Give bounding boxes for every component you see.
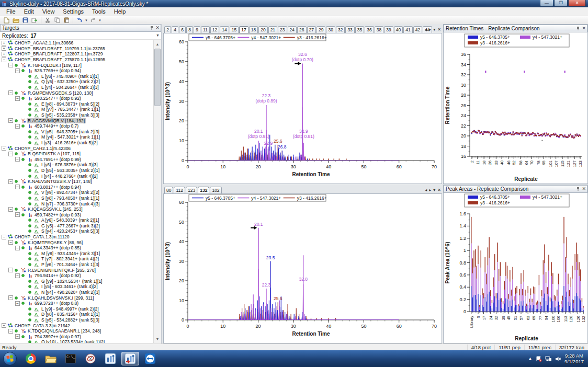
- close-pane-icon[interactable]: ✕: [437, 188, 441, 192]
- pin-icon[interactable]: [576, 26, 580, 31]
- transition-label[interactable]: L [y9] - 948.4997+ (rank 2)[2]: [40, 306, 100, 312]
- protein-label[interactable]: CHOYP_BRAFLDRAFT_122807.1.1|m.3729: [14, 51, 104, 56]
- tree-row[interactable]: −590.2547++ (dotp 0.92): [0, 96, 153, 101]
- protein-label[interactable]: CHOYP_CATA.1.3|m.11120: [14, 234, 71, 239]
- transition-label[interactable]: S [y5] - 535.2358+ (rank 3)[3]: [40, 112, 100, 118]
- collapse-icon[interactable]: −: [15, 96, 20, 101]
- tree-row[interactable]: S [y8] - 793.4050+ (rank 1)[1]: [0, 196, 153, 201]
- transition-label[interactable]: V [y9] - 892.4734+ (rank 2)[2]: [40, 190, 100, 195]
- collapse-icon[interactable]: −: [8, 118, 13, 123]
- undo-dropdown-icon[interactable]: ▼: [85, 19, 88, 22]
- replicate-tab-33[interactable]: 33: [345, 26, 354, 33]
- protein-label[interactable]: CHOYP_CATA.3.3|m.21642: [14, 323, 71, 328]
- tree-row[interactable]: −K.NAEVSNTGSSIK.V [137, 148]: [0, 179, 153, 185]
- tab-menu-icon[interactable]: ▾: [433, 27, 435, 32]
- tray-expand-icon[interactable]: ▲: [528, 356, 533, 361]
- collapse-icon[interactable]: −: [8, 240, 13, 245]
- transition-label[interactable]: I [y5] - 603.3461+ (rank 4)[2]: [40, 284, 99, 289]
- copy-icon[interactable]: [53, 17, 61, 24]
- chromatogram-top-chart[interactable]: 0102030405060700102030405060Retention Ti…: [163, 33, 442, 184]
- replicate-tab-9[interactable]: 9: [194, 26, 200, 33]
- transition-label[interactable]: G [y9] - 1024.5534+ (rank 1)[1]: [40, 279, 103, 284]
- replicate-tab-132[interactable]: 132: [198, 187, 209, 193]
- chevron-down-icon[interactable]: ▼: [156, 33, 160, 37]
- collapse-icon[interactable]: −: [15, 273, 20, 278]
- save-file-icon[interactable]: [21, 17, 29, 24]
- transition-label[interactable]: M [y7] - 765.3447+ (rank 1)[1]: [40, 107, 101, 112]
- replicate-tab-8[interactable]: 8: [186, 26, 193, 33]
- retention-times-chart[interactable]: 1618202224262830323436211182633404652586…: [444, 32, 587, 183]
- taskbar-clock[interactable]: 9:28 AM 9/1/2017: [564, 353, 584, 364]
- maximize-button[interactable]: ❐: [554, 0, 568, 7]
- redo-dropdown-icon[interactable]: ▼: [98, 19, 101, 22]
- replicate-tab-17[interactable]: 17: [239, 26, 248, 33]
- network-icon[interactable]: [545, 356, 552, 362]
- peptide-label[interactable]: K.IQEAGSSVK.L [245, 253]: [27, 207, 84, 212]
- replicate-tab-102[interactable]: 102: [210, 187, 221, 193]
- collapse-icon[interactable]: −: [15, 212, 20, 217]
- share-document-icon[interactable]: [30, 17, 39, 24]
- tree-row[interactable]: −459.7449++ (dotp 0.7): [0, 123, 153, 129]
- scroll-tabs-right-icon[interactable]: ▸: [429, 188, 431, 192]
- menu-file[interactable]: File: [2, 8, 20, 15]
- close-panel-icon[interactable]: ✕: [155, 25, 160, 30]
- pin-icon[interactable]: [576, 187, 580, 191]
- tree-row[interactable]: S [y4] - 420.2453+ (rank 5)[3]: [0, 228, 153, 234]
- taskbar-item-snipping-tool[interactable]: [82, 352, 99, 365]
- tree-row[interactable]: +CHOYP_BRAFLDRAFT_122807.1.1|m.3729: [0, 51, 153, 57]
- paste-icon[interactable]: [62, 17, 71, 24]
- replicate-tab-20[interactable]: 20: [258, 26, 267, 33]
- new-document-icon[interactable]: [2, 17, 10, 24]
- precursor-label[interactable]: 459.7449++ (dotp 0.7): [33, 123, 80, 129]
- tree-row[interactable]: −R.QSPIDISTK.A [107, 115]: [0, 151, 153, 157]
- scrollbar-thumb[interactable]: [154, 49, 161, 106]
- tree-row[interactable]: Q [y5] - 632.3250+ (rank 2)[2]: [0, 79, 153, 85]
- scroll-down-icon[interactable]: ▼: [154, 335, 161, 343]
- tree-row[interactable]: −794.3897++ (dotp 0.97): [0, 334, 153, 339]
- replicate-tab-123[interactable]: 123: [186, 187, 197, 193]
- precursor-label[interactable]: 794.3897++ (dotp 0.97): [33, 334, 82, 339]
- tree-row[interactable]: −644.3343++ (dotp 0.85): [0, 245, 153, 251]
- tree-row[interactable]: V [y9] - 892.4734+ (rank 2)[2]: [0, 190, 153, 196]
- tree-row[interactable]: −699.3728++ (dotp 0.8): [0, 301, 153, 306]
- tree-row[interactable]: −K.TDQGIQNLSAAEANR.L [234, 248]: [0, 328, 153, 334]
- replicates-selector[interactable]: Replicates: 17 ▼: [0, 32, 161, 40]
- tree-row[interactable]: N [y7] - 706.3730+ (rank 4)[3]: [0, 201, 153, 207]
- tree-row[interactable]: A [y6] - 548.3039+ (rank 2)[1]: [0, 217, 153, 223]
- collapse-icon[interactable]: −: [15, 124, 20, 129]
- tree-row[interactable]: −CHOYP_CAH2.1.1|m.42306: [0, 145, 153, 151]
- tree-row[interactable]: M [y8] - 933.4346+ (rank 3)[1]: [0, 251, 153, 257]
- action-center-icon[interactable]: [536, 356, 542, 362]
- tree-row[interactable]: +CHOYP_BRAFLDRAFT_119799.1.1|m.23765: [0, 46, 153, 52]
- collapse-icon[interactable]: −: [15, 157, 20, 162]
- peptide-label[interactable]: K.IQIMTPEQAEK.Y [86, 96]: [27, 240, 84, 245]
- scroll-tabs-left-icon[interactable]: ◂: [425, 188, 427, 192]
- transition-label[interactable]: D [y5] - 563.3035+ (rank 2)[1]: [40, 168, 100, 173]
- tree-row[interactable]: −459.7482++ (dotp 0.93): [0, 212, 153, 217]
- replicate-tab-35[interactable]: 35: [355, 26, 364, 33]
- tree-row[interactable]: N [y4] - 490.2620+ (rank 2)[3]: [0, 290, 153, 295]
- replicate-tab-39[interactable]: 39: [384, 26, 393, 33]
- precursor-label[interactable]: 699.3728++ (dotp 0.8): [33, 301, 80, 306]
- tree-row[interactable]: V [y5] - 646.3705+ (rank 2)[3]: [0, 129, 153, 135]
- redo-icon[interactable]: [89, 17, 97, 24]
- menu-view[interactable]: View: [38, 8, 59, 15]
- replicate-tab-14[interactable]: 14: [220, 26, 229, 33]
- taskbar-item-file-explorer[interactable]: [42, 352, 60, 365]
- collapse-icon[interactable]: −: [8, 329, 13, 334]
- undo-icon[interactable]: [75, 17, 84, 24]
- replicate-tab-21[interactable]: 21: [268, 26, 277, 33]
- collapse-icon[interactable]: −: [2, 146, 6, 151]
- tree-row[interactable]: I [y3] - 416.2616+ (rank 5)[2]: [0, 140, 153, 146]
- tree-row[interactable]: −K.IQIMTPEQAEK.Y [86, 96]: [0, 239, 153, 245]
- replicate-tab-15[interactable]: 15: [230, 26, 239, 33]
- tree-row[interactable]: +CHOYP_ACAA2.1.1|m.30666: [0, 40, 153, 46]
- tree-row[interactable]: −K.LQAHLDSVSNVSK.I [299, 311]: [0, 295, 153, 301]
- close-panel-icon[interactable]: ✕: [582, 186, 586, 191]
- replicate-tab-4[interactable]: 4: [172, 26, 178, 33]
- tree-row[interactable]: −K.TGFLQLDEK.I [109, 117]: [0, 62, 153, 68]
- protein-label[interactable]: CHOYP_BRAFLDRAFT_119799.1.1|m.23765: [14, 46, 106, 51]
- collapse-icon[interactable]: −: [15, 185, 20, 189]
- replicate-tab-11[interactable]: 11: [201, 26, 210, 33]
- transition-label[interactable]: M [y8] - 933.4346+ (rank 3)[1]: [40, 251, 101, 256]
